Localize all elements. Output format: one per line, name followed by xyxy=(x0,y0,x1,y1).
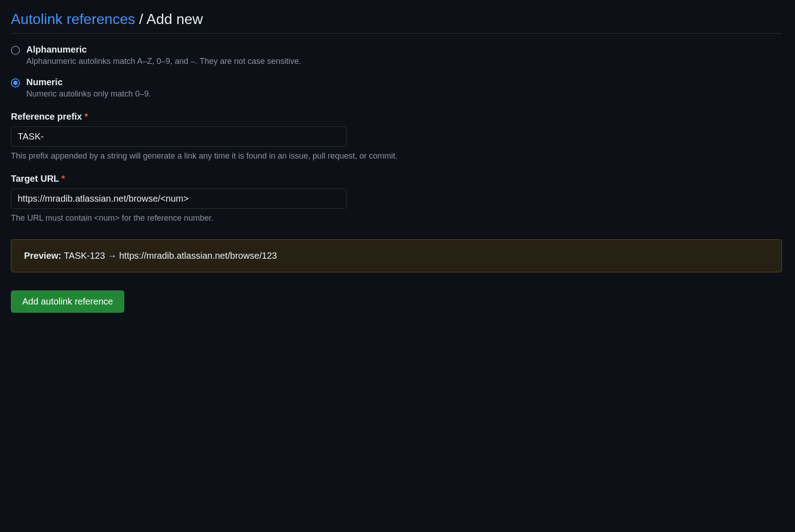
breadcrumb-current: Add new xyxy=(146,11,203,27)
reference-prefix-label: Reference prefix * xyxy=(11,111,782,122)
target-url-input[interactable] xyxy=(11,189,346,209)
radio-option-alphanumeric[interactable]: Alphanumeric Alphanumeric autolinks matc… xyxy=(11,44,782,66)
preview-label: Preview: xyxy=(24,251,64,261)
autolink-type-radio-group: Alphanumeric Alphanumeric autolinks matc… xyxy=(11,44,782,99)
target-url-label: Target URL * xyxy=(11,174,782,184)
radio-option-numeric[interactable]: Numeric Numeric autolinks only match 0–9… xyxy=(11,77,782,99)
reference-prefix-group: Reference prefix * This prefix appended … xyxy=(11,111,782,161)
radio-desc-alphanumeric: Alphanumeric autolinks match A–Z, 0–9, a… xyxy=(26,57,782,66)
radio-content: Alphanumeric Alphanumeric autolinks matc… xyxy=(26,44,782,66)
preview-value: TASK-123 → https://mradib.atlassian.net/… xyxy=(64,251,277,261)
label-text: Target URL xyxy=(11,174,59,184)
radio-icon xyxy=(11,46,20,55)
page-title: Autolink references / Add new xyxy=(11,11,782,28)
radio-content: Numeric Numeric autolinks only match 0–9… xyxy=(26,77,782,99)
reference-prefix-input[interactable] xyxy=(11,126,346,147)
add-autolink-button[interactable]: Add autolink reference xyxy=(11,290,124,313)
preview-box: Preview: TASK-123 → https://mradib.atlas… xyxy=(11,239,782,272)
target-url-help: The URL must contain <num> for the refer… xyxy=(11,213,782,223)
page-header: Autolink references / Add new xyxy=(11,11,782,34)
label-text: Reference prefix xyxy=(11,111,82,121)
required-star-icon: * xyxy=(62,174,65,184)
required-star-icon: * xyxy=(84,111,88,121)
radio-label-numeric: Numeric xyxy=(26,77,782,87)
radio-icon xyxy=(11,78,20,87)
breadcrumb-link[interactable]: Autolink references xyxy=(11,11,135,27)
radio-desc-numeric: Numeric autolinks only match 0–9. xyxy=(26,89,782,99)
target-url-group: Target URL * The URL must contain <num> … xyxy=(11,174,782,223)
radio-label-alphanumeric: Alphanumeric xyxy=(26,44,782,55)
breadcrumb-separator: / xyxy=(135,11,146,27)
reference-prefix-help: This prefix appended by a string will ge… xyxy=(11,151,782,161)
